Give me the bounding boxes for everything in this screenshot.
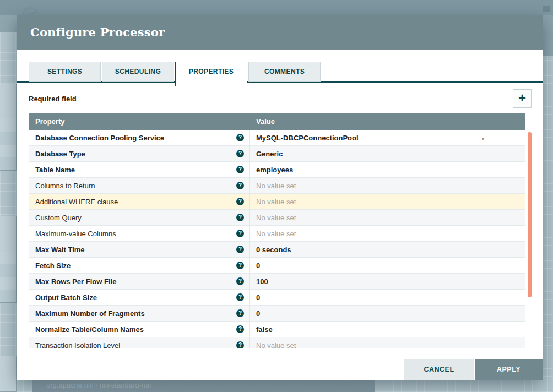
property-name-cell: Normalize Table/Column Names?: [29, 322, 250, 337]
property-name-cell: Maximum-value Columns?: [29, 226, 250, 241]
processor-node: [0, 356, 17, 392]
help-icon[interactable]: ?: [236, 214, 244, 221]
tab-properties[interactable]: PROPERTIES: [175, 62, 247, 86]
property-row: Maximum Number of Fragments?0: [29, 306, 525, 322]
tab-comments[interactable]: COMMENTS: [248, 62, 321, 82]
property-name-cell: Columns to Return?: [29, 178, 250, 193]
column-header-property: Property: [29, 113, 250, 130]
goto-cell: [470, 322, 525, 337]
property-value: No value set: [256, 198, 296, 206]
property-value: employees: [256, 166, 293, 174]
help-icon[interactable]: ?: [236, 341, 244, 348]
property-name: Output Batch Size: [35, 293, 236, 302]
bundle-coordinates-text: org.apache.nifi - nifi-standard-nar: [46, 381, 152, 389]
goto-cell: [470, 290, 525, 305]
help-icon[interactable]: ?: [236, 293, 244, 301]
canvas-right-panel: [543, 15, 553, 56]
property-value-cell[interactable]: 0 seconds: [250, 242, 470, 257]
table-scrollbar-thumb[interactable]: [528, 132, 532, 297]
property-value: Generic: [256, 150, 283, 158]
goto-cell: [470, 337, 525, 348]
goto-cell: [470, 242, 525, 257]
help-icon[interactable]: ?: [236, 134, 244, 141]
property-value: No value set: [256, 214, 296, 222]
property-value-cell[interactable]: 0: [250, 306, 470, 321]
property-value: 0 seconds: [256, 246, 291, 254]
property-value-cell[interactable]: 0: [250, 290, 470, 305]
app-header-bar: [0, 0, 553, 15]
property-row: Maximum-value Columns?No value set: [29, 226, 525, 242]
property-name-cell: Table Name?: [29, 162, 250, 177]
processor-node-header: [0, 216, 16, 252]
property-value: No value set: [256, 341, 296, 349]
tab-settings[interactable]: SETTINGS: [29, 62, 101, 82]
processor-node-header: [0, 84, 16, 119]
property-value-cell[interactable]: 0: [250, 258, 470, 273]
property-value-cell[interactable]: MySQL-DBCPConnectionPool: [250, 130, 470, 145]
properties-table-header: Property Value: [29, 113, 525, 130]
property-name: Max Wait Time: [35, 246, 236, 254]
property-name: Normalize Table/Column Names: [35, 325, 236, 334]
property-value-cell[interactable]: false: [250, 322, 470, 337]
help-icon[interactable]: ?: [236, 246, 244, 253]
property-name: Transaction Isolation Level: [35, 341, 236, 349]
configure-processor-dialog: Configure Processor SETTINGSSCHEDULINGPR…: [17, 15, 543, 380]
properties-table: Property Value Database Connection Pooli…: [29, 113, 525, 348]
properties-table-body: Database Connection Pooling Service?MySQ…: [29, 130, 525, 348]
property-name-cell: Custom Query?: [29, 210, 250, 225]
property-name-cell: Output Batch Size?: [29, 290, 250, 305]
property-row: Columns to Return?No value set: [29, 178, 525, 194]
plus-icon: +: [518, 90, 526, 105]
property-name: Columns to Return: [35, 182, 236, 190]
dialog-footer-buttons: CANCEL APPLY: [404, 359, 543, 380]
processor-stat-label: Out: [0, 145, 16, 157]
help-icon[interactable]: ?: [236, 309, 244, 317]
help-icon[interactable]: ?: [236, 182, 244, 189]
property-row: Output Batch Size?0: [29, 290, 525, 306]
property-name-cell: Maximum Number of Fragments?: [29, 306, 250, 321]
property-row: Fetch Size?0: [29, 258, 525, 274]
property-value-cell[interactable]: employees: [250, 162, 470, 177]
go-to-service-icon[interactable]: →: [477, 133, 486, 143]
property-name: Database Connection Pooling Service: [35, 134, 236, 142]
goto-cell: →: [470, 130, 525, 145]
property-value-cell[interactable]: No value set: [250, 337, 470, 348]
property-value-cell[interactable]: No value set: [250, 194, 470, 209]
help-icon[interactable]: ?: [236, 277, 244, 285]
processor-stat-label: Out: [0, 277, 16, 290]
property-name-cell: Fetch Size?: [29, 258, 250, 273]
property-row: Transaction Isolation Level?No value set: [29, 337, 525, 348]
property-name: Max Rows Per Flow File: [35, 277, 236, 286]
processor-stat-label: In: [0, 252, 16, 264]
property-name: Maximum-value Columns: [35, 230, 236, 238]
property-name: Database Type: [35, 150, 236, 158]
property-name: Maximum Number of Fragments: [35, 309, 236, 318]
property-value-cell[interactable]: 100: [250, 274, 470, 289]
processor-node: InRead/WriteOutTasks/Time: [0, 84, 17, 171]
property-row: Custom Query?No value set: [29, 210, 525, 226]
cancel-button[interactable]: CANCEL: [404, 359, 474, 380]
property-value-cell[interactable]: No value set: [250, 210, 470, 225]
property-name: Additional WHERE clause: [35, 198, 236, 206]
property-value-cell[interactable]: No value set: [250, 178, 470, 193]
property-name: Fetch Size: [35, 262, 236, 270]
property-value: No value set: [256, 182, 296, 190]
property-value: 0: [256, 293, 260, 302]
tab-scheduling[interactable]: SCHEDULING: [102, 62, 174, 82]
add-property-button[interactable]: +: [513, 89, 532, 108]
help-icon[interactable]: ?: [236, 230, 244, 237]
help-icon[interactable]: ?: [236, 325, 244, 333]
help-icon[interactable]: ?: [236, 150, 244, 157]
property-row: Table Name?employees: [29, 162, 525, 178]
property-value: 100: [256, 277, 268, 286]
goto-cell: [470, 194, 525, 209]
property-value-cell[interactable]: Generic: [250, 146, 470, 161]
property-value-cell[interactable]: No value set: [250, 226, 470, 241]
help-icon[interactable]: ?: [236, 198, 244, 205]
help-icon[interactable]: ?: [236, 262, 244, 269]
dialog-title: Configure Processor: [30, 15, 165, 50]
help-icon[interactable]: ?: [236, 166, 244, 173]
goto-cell: [470, 274, 525, 289]
goto-cell: [470, 146, 525, 161]
apply-button[interactable]: APPLY: [475, 359, 543, 380]
